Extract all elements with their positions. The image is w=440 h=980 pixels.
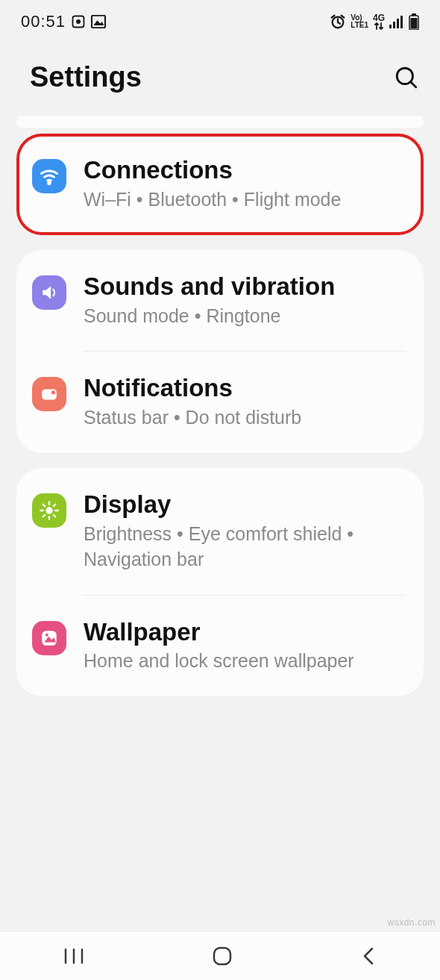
row-text-col: WallpaperHome and lock screen wallpaper	[84, 618, 406, 675]
svg-rect-6	[393, 22, 395, 28]
svg-point-18	[45, 507, 52, 514]
row-text-col: Sounds and vibrationSound mode • Rington…	[84, 272, 406, 329]
status-bar: 00:51 Vo) LTE1 4G	[0, 0, 440, 40]
row-title: Display	[84, 490, 406, 519]
row-icon-col	[28, 156, 70, 193]
page-title: Settings	[30, 61, 142, 93]
navigation-bar	[0, 931, 440, 980]
svg-line-25	[43, 515, 45, 516]
svg-rect-7	[397, 19, 399, 28]
svg-line-13	[411, 81, 416, 87]
search-card-edge	[16, 116, 424, 128]
row-subtitle: Wi–Fi • Bluetooth • Flight mode	[84, 187, 406, 213]
svg-marker-3	[94, 20, 104, 25]
row-title: Sounds and vibration	[84, 272, 406, 301]
row-subtitle: Home and lock screen wallpaper	[84, 649, 406, 674]
row-icon-col	[28, 490, 70, 528]
svg-point-14	[48, 182, 51, 184]
settings-list: ConnectionsWi–Fi • Bluetooth • Flight mo…	[0, 134, 440, 696]
back-button[interactable]	[361, 946, 376, 966]
row-title: Notifications	[84, 374, 406, 402]
row-text-col: DisplayBrightness • Eye comfort shield •…	[84, 490, 406, 572]
svg-line-23	[43, 505, 45, 506]
wifi-icon	[32, 159, 66, 193]
svg-line-24	[54, 515, 55, 516]
svg-line-26	[54, 505, 55, 506]
page-header: Settings	[0, 40, 440, 116]
wallpaper-icon	[32, 621, 66, 655]
watermark: wsxdn.com	[387, 917, 436, 928]
svg-rect-11	[411, 18, 418, 29]
notif-icon	[32, 377, 66, 411]
battery-icon	[409, 13, 419, 30]
settings-row-display[interactable]: DisplayBrightness • Eye comfort shield •…	[16, 468, 424, 594]
settings-group: DisplayBrightness • Eye comfort shield •…	[16, 468, 424, 696]
settings-row-wifi[interactable]: ConnectionsWi–Fi • Bluetooth • Flight mo…	[16, 134, 424, 235]
sound-icon	[32, 275, 66, 310]
home-button[interactable]	[213, 946, 232, 966]
row-icon-col	[28, 374, 70, 411]
settings-row-wallpaper[interactable]: WallpaperHome and lock screen wallpaper	[84, 595, 406, 697]
display-icon	[32, 493, 66, 528]
settings-row-notif[interactable]: NotificationsStatus bar • Do not disturb	[84, 351, 406, 453]
settings-row-sound[interactable]: Sounds and vibrationSound mode • Rington…	[16, 250, 424, 352]
row-icon-col	[28, 618, 70, 655]
clock-icon	[72, 15, 85, 28]
volte-indicator: Vo) LTE1	[351, 14, 368, 29]
settings-group: ConnectionsWi–Fi • Bluetooth • Flight mo…	[16, 134, 424, 235]
svg-rect-8	[400, 16, 403, 28]
status-time: 00:51	[21, 12, 66, 31]
row-icon-col	[28, 272, 70, 310]
network-indicator: 4G	[373, 13, 385, 30]
row-text-col: ConnectionsWi–Fi • Bluetooth • Flight mo…	[84, 156, 406, 213]
search-icon[interactable]	[394, 65, 419, 90]
recents-button[interactable]	[64, 948, 84, 964]
row-subtitle: Brightness • Eye comfort shield • Naviga…	[84, 522, 406, 572]
row-title: Connections	[84, 156, 406, 184]
row-subtitle: Status bar • Do not disturb	[84, 405, 406, 431]
alarm-icon	[330, 13, 346, 30]
svg-point-1	[76, 19, 81, 24]
row-text-col: NotificationsStatus bar • Do not disturb	[84, 374, 406, 431]
svg-rect-33	[214, 948, 230, 964]
svg-point-29	[45, 633, 48, 636]
row-title: Wallpaper	[84, 618, 406, 646]
svg-rect-5	[389, 25, 392, 28]
image-icon	[91, 15, 106, 28]
signal-icon	[389, 15, 404, 28]
settings-group: Sounds and vibrationSound mode • Rington…	[16, 250, 424, 453]
row-subtitle: Sound mode • Ringtone	[84, 304, 406, 329]
